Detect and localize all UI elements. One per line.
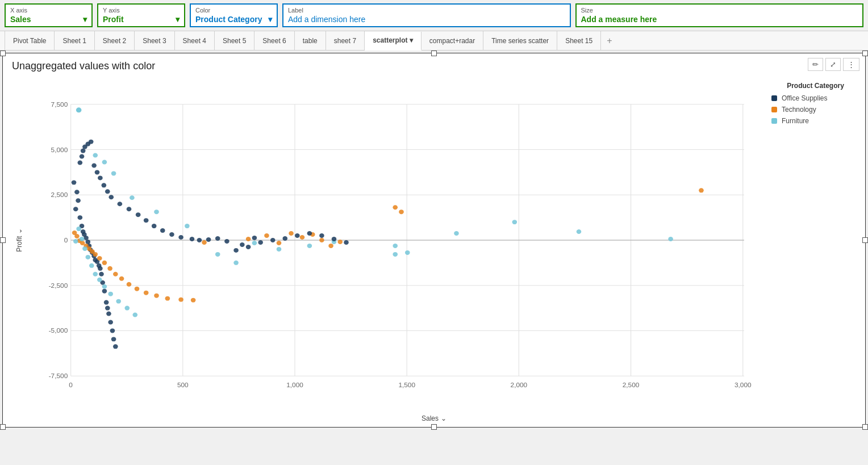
tab-sheet-7[interactable]: sheet 7 bbox=[326, 31, 365, 50]
svg-point-132 bbox=[185, 224, 190, 228]
svg-point-49 bbox=[102, 289, 107, 294]
svg-text:500: 500 bbox=[177, 382, 189, 388]
label-shelf[interactable]: Label Add a dimension here bbox=[282, 3, 571, 27]
svg-point-80 bbox=[215, 236, 220, 241]
svg-point-160 bbox=[76, 107, 82, 112]
svg-point-74 bbox=[160, 228, 165, 233]
resize-handle-bot-right[interactable] bbox=[862, 424, 868, 430]
resize-handle-bot-center[interactable] bbox=[431, 424, 437, 430]
svg-point-53 bbox=[108, 320, 113, 324]
svg-point-150 bbox=[246, 245, 251, 249]
tab-time-series-scatter[interactable]: Time series scatter bbox=[483, 31, 557, 50]
svg-point-68 bbox=[108, 195, 114, 199]
svg-point-137 bbox=[307, 244, 312, 248]
tab-scatterplot[interactable]: scatterplot ▾ bbox=[365, 32, 422, 51]
svg-point-94 bbox=[119, 277, 124, 281]
svg-point-156 bbox=[307, 231, 312, 236]
legend: Product Category Office Supplies Technol… bbox=[771, 82, 859, 128]
svg-point-118 bbox=[89, 263, 94, 268]
resize-handle-top-center[interactable] bbox=[431, 51, 437, 56]
svg-point-124 bbox=[124, 306, 130, 311]
resize-handle-bot-left[interactable] bbox=[0, 424, 6, 430]
legend-color-furniture bbox=[771, 118, 777, 124]
svg-point-83 bbox=[74, 234, 80, 238]
color-value[interactable]: Product Category ▾ bbox=[195, 15, 272, 24]
x-axis-chevron-icon: ▾ bbox=[83, 15, 87, 24]
svg-point-64 bbox=[95, 170, 100, 174]
chart-container: Unaggregated values with color ✏ ⤢ ⋮ Pro… bbox=[2, 53, 866, 428]
legend-label-furniture: Furniture bbox=[782, 117, 809, 125]
tab-sheet-4[interactable]: Sheet 4 bbox=[175, 31, 215, 50]
add-sheet-button[interactable]: + bbox=[601, 32, 617, 49]
svg-point-111 bbox=[337, 240, 343, 244]
svg-point-46 bbox=[98, 266, 103, 271]
svg-text:2,000: 2,000 bbox=[511, 382, 528, 388]
svg-point-121 bbox=[102, 284, 107, 289]
svg-point-97 bbox=[144, 291, 149, 295]
svg-point-116 bbox=[82, 246, 87, 251]
color-label: Color bbox=[195, 7, 272, 14]
svg-point-52 bbox=[106, 312, 111, 316]
svg-point-119 bbox=[93, 272, 98, 277]
svg-point-50 bbox=[104, 300, 109, 305]
svg-text:2,500: 2,500 bbox=[51, 192, 68, 199]
y-axis-shelf[interactable]: Y axis Profit ▾ bbox=[97, 3, 185, 27]
size-shelf[interactable]: Size Add a measure here bbox=[575, 3, 864, 27]
x-axis-value[interactable]: Sales ▾ bbox=[10, 15, 87, 24]
svg-point-47 bbox=[99, 272, 104, 277]
svg-point-145 bbox=[405, 250, 410, 255]
svg-point-148 bbox=[233, 248, 239, 253]
tab-sheet-5[interactable]: Sheet 5 bbox=[215, 31, 254, 50]
svg-point-157 bbox=[319, 233, 324, 238]
svg-text:7,500: 7,500 bbox=[51, 101, 68, 108]
resize-handle-mid-right[interactable] bbox=[862, 237, 868, 243]
svg-point-78 bbox=[197, 238, 202, 242]
svg-text:-5,000: -5,000 bbox=[49, 328, 68, 334]
svg-point-115 bbox=[80, 237, 85, 241]
color-shelf[interactable]: Color Product Category ▾ bbox=[190, 3, 278, 27]
tab-sheet-1[interactable]: Sheet 1 bbox=[55, 31, 94, 50]
svg-point-102 bbox=[202, 240, 207, 245]
svg-point-29 bbox=[72, 180, 77, 185]
svg-point-55 bbox=[111, 337, 116, 341]
svg-point-151 bbox=[252, 236, 257, 240]
svg-point-125 bbox=[132, 313, 137, 317]
tab-bar: Pivot Table Sheet 1 Sheet 2 Sheet 3 Shee… bbox=[0, 31, 868, 51]
resize-handle-mid-left[interactable] bbox=[0, 237, 6, 243]
svg-point-95 bbox=[127, 282, 132, 287]
edit-button[interactable]: ✏ bbox=[808, 58, 823, 71]
svg-point-91 bbox=[102, 261, 107, 265]
tab-sheet-15[interactable]: Sheet 15 bbox=[557, 31, 601, 50]
tab-pivot-table[interactable]: Pivot Table bbox=[5, 31, 55, 50]
resize-handle-top-right[interactable] bbox=[862, 51, 868, 56]
svg-point-59 bbox=[81, 149, 86, 153]
resize-handle-top-left[interactable] bbox=[0, 51, 6, 56]
legend-label-office: Office Supplies bbox=[782, 94, 828, 102]
svg-point-129 bbox=[111, 171, 116, 175]
svg-point-31 bbox=[76, 198, 81, 203]
svg-point-141 bbox=[512, 220, 518, 224]
size-placeholder[interactable]: Add a measure here bbox=[581, 15, 858, 24]
svg-point-57 bbox=[78, 161, 83, 165]
svg-point-33 bbox=[78, 215, 83, 220]
x-axis-shelf[interactable]: X axis Sales ▾ bbox=[5, 3, 93, 27]
label-placeholder[interactable]: Add a dimension here bbox=[288, 15, 565, 24]
svg-point-92 bbox=[107, 266, 112, 271]
svg-point-152 bbox=[258, 240, 263, 245]
tab-sheet-6[interactable]: Sheet 6 bbox=[254, 31, 294, 50]
svg-point-133 bbox=[215, 252, 220, 257]
svg-point-65 bbox=[98, 175, 103, 180]
expand-button[interactable]: ⤢ bbox=[825, 58, 841, 71]
svg-text:-7,500: -7,500 bbox=[49, 373, 68, 380]
more-options-button[interactable]: ⋮ bbox=[843, 58, 859, 71]
svg-point-30 bbox=[74, 190, 80, 194]
tab-sheet-3[interactable]: Sheet 3 bbox=[135, 31, 174, 50]
svg-point-76 bbox=[178, 235, 183, 240]
svg-point-106 bbox=[289, 231, 294, 236]
y-axis-value[interactable]: Profit ▾ bbox=[103, 15, 180, 24]
svg-text:0: 0 bbox=[64, 237, 68, 244]
svg-point-123 bbox=[116, 299, 121, 304]
tab-compact-radar[interactable]: compact+radar bbox=[422, 31, 483, 50]
tab-table[interactable]: table bbox=[295, 31, 326, 50]
tab-sheet-2[interactable]: Sheet 2 bbox=[95, 31, 135, 50]
